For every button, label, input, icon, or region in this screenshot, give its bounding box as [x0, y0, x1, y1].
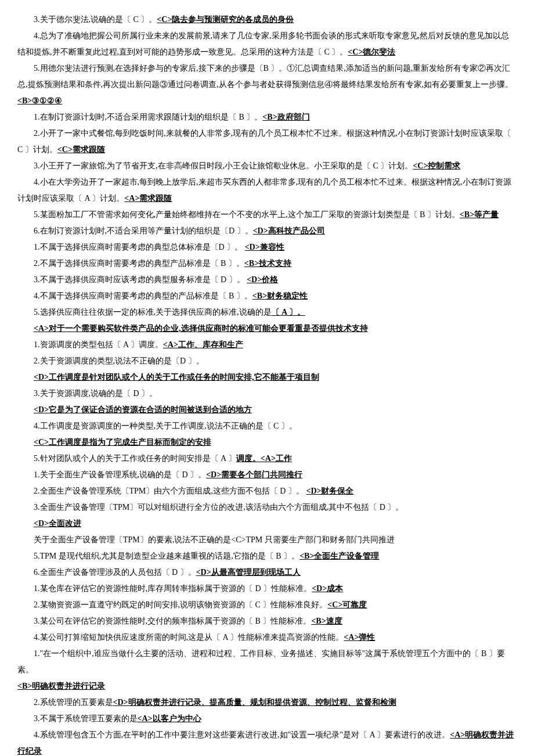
question-text: 1.在制订资源计划时,不适合采用需求跟随计划的组织是〔 B 〕。 [34, 113, 262, 121]
text-line: <D>它是为了保证合适的资源在合适的时间被送到合适的地方 [17, 402, 517, 418]
answer-text: <A>以客户为中心 [138, 714, 201, 723]
answer-text: <D>工作调度是针对团队或个人的关于工作或任务的时间安排,它不能基于项目制 [34, 373, 319, 381]
question-text: 3.全面生产设备管理〔TPM〕可以对组织进行全方位的改进,该活动由六个方面组成,… [34, 503, 403, 512]
answer-text: <D>全面改进 [34, 519, 81, 528]
text-line: 1."在一个组织中,谁应当做什么主要的活动、进程和过程、工作目标、业务描述、实施… [17, 646, 517, 678]
text-line: 4.总为了准确地把握公司所属行业未来的发展前景,请来了几位专家,采用多轮书面会谈… [17, 28, 517, 60]
answer-text: <D>需要各个部门共同推行 [206, 470, 302, 479]
text-line: 3.小王开了一家旅馆,为了节省开支,在非高峰假日时段,小王会让旅馆歇业休息。小王… [17, 158, 517, 174]
question-text: 5.针对团队或个人的关于工作或任务的时间安排是〔 A 〕 [34, 454, 236, 463]
question-text: 1."在一个组织中,谁应当做什么主要的活动、进程和过程、工作目标、业务描述、实施… [17, 649, 505, 674]
text-line: 1.不属于选择供应商时需要考虑的典型总体标准是〔D 〕。 <D>兼容性 [17, 239, 517, 255]
answer-text: <C>德尔斐法 [348, 48, 395, 56]
answer-text: <C>工作调度是指为了完成生产目标而制定的安排 [34, 438, 211, 447]
answer-text: <A>弹性 [344, 633, 375, 642]
text-line: 1.在制订资源计划时,不适合采用需求跟随计划的组织是〔 B 〕。<B>政府部门 [17, 109, 517, 125]
text-line: 2.全面生产设备管理系统〔TPM〕由六个方面组成,这些方面不包括〔 D 〕。 <… [17, 483, 517, 499]
question-text: 2.全面生产设备管理系统〔TPM〕由六个方面组成,这些方面不包括〔 D 〕。 [34, 487, 306, 495]
text-line: 2.不属于选择供应商时需要考虑的典型产品标准是〔 B 〕。<B>技术支持 [17, 255, 517, 272]
question-text: 3.小王开了一家旅馆,为了节省开支,在非高峰假日时段,小王会让旅馆歇业休息。小王… [34, 161, 413, 170]
answer-text: <A>对于一个需要购买软件类产品的企业,选择供应商时的标准可能会更看重是否提供技… [34, 324, 368, 333]
question-text: 4.系统管理包含五个方面,在平时的工作中要注意对这些要素进行改进,如"设置一项纪… [34, 730, 450, 739]
document-body: 3.关于德尔斐法,说确的是〔 C 〕。<C>隐去参与预测研究的各成员的身份4.总… [17, 12, 517, 756]
text-line: 1.某仓库在评估它的资源性能时,库存周转率指标属于资源的〔 D 〕性能标准。<D… [17, 581, 517, 597]
answer-text: <D>从最高管理层到现场工人 [196, 568, 301, 577]
question-text: 6.在制订资源计划时,不适合采用等产量计划的组织是〔D 〕。 [34, 226, 253, 235]
question-text: 3.不属于系统管理五要素的是 [34, 714, 138, 723]
text-line: 6.在制订资源计划时,不适合采用等产量计划的组织是〔D 〕。<D>高科技产品公司 [17, 223, 517, 239]
question-text: 4.某公司打算缩短加快供应速度所需的时间,这是从〔 A 〕性能标准来提高资源的性… [34, 633, 344, 642]
question-text: 1.关于全面生产设备管理系统,说确的是〔 D 〕。 [34, 470, 206, 479]
question-text: 4.总为了准确地把握公司所属行业未来的发展前景,请来了几位专家,采用多轮书面会谈… [17, 31, 509, 56]
question-text: 1.不属于选择供应商时需要考虑的典型总体标准是〔D 〕。 [34, 243, 245, 251]
answer-text: <D>财务保全 [306, 487, 353, 495]
question-text: 3.不属于选择供应商时应该考虑的典型服务标准是〔 D 〕。 [34, 275, 247, 284]
text-line: 2.系统管理的五要素是<D>明确权责并进行记录、提高质量、规划和提供资源、控制过… [17, 694, 517, 711]
text-line: 3.不属于选择供应商时应该考虑的典型服务标准是〔 D 〕。 <D>价格 [17, 272, 517, 288]
text-line: <C>工作调度是指为了完成生产目标而制定的安排 [17, 434, 517, 451]
answer-text: <D>成本 [312, 584, 343, 593]
text-line: 5.针对团队或个人的关于工作或任务的时间安排是〔 A 〕调度。<A>工作 [17, 451, 517, 467]
answer-text: <A>工作、库存和生产 [163, 340, 243, 349]
answer-text: <D>明确权责并进行记录、提高质量、规划和提供资源、控制过程、监督和检测 [113, 698, 396, 707]
question-text: 5.TPM 是现代组织,尤其是制造型企业越来越重视的话题,它指的是〔 B 〕。 [34, 552, 300, 560]
text-line: 2.小开了一家中式餐馆,每到吃饭时间,来就餐的人非常多,现有的几个员工根本忙不过… [17, 125, 517, 158]
question-text: 3.关于资源调度,说确的是〔 D 〕。 [34, 389, 157, 398]
question-text: 4.不属于选择供应商时需要考虑的典型的产品标准是〔 B 〕。 [34, 291, 252, 300]
answer-text: <D>高科技产品公司 [253, 226, 325, 235]
answer-text: 调度。<A>工作 [236, 454, 292, 463]
answer-text: <A>需求跟随 [124, 194, 172, 203]
answer-text: <D>它是为了保证合适的资源在合适的时间被送到合适的地方 [34, 405, 252, 414]
question-text: 4.工作调度是资源调度的一种类型,关于工作调度,说法不正确的是〔 C 〕。 [34, 422, 297, 430]
answer-text: <D>兼容性 [245, 243, 284, 251]
answer-text: <C>需求跟随 [57, 145, 105, 154]
answer-text: <C>控制需求 [413, 161, 460, 170]
answer-text: <D>价格 [247, 275, 278, 284]
text-line: 3.全面生产设备管理〔TPM〕可以对组织进行全方位的改进,该活动由六个方面组成,… [17, 499, 517, 516]
text-line: <D>全面改进 [17, 516, 517, 532]
text-line: 5.用德尔斐法进行预测,在选择好参与的专家后,接下来的步骤是〔B 〕。①汇总调查… [17, 60, 517, 93]
text-line: 5.选择供应商往往依据一定的标准,关于选择供应商的标准,说确的是〔 A 〕。 [17, 304, 517, 321]
text-line: 2.关于资源调度的类型,说法不正确的是〔D 〕。 [17, 353, 517, 369]
question-text: 5.某面粉加工厂不管需求如何变化,产量始终都维持在一个不变的水平上,这个加工厂采… [34, 210, 460, 219]
question-text: 5.用德尔斐法进行预测,在选择好参与的专家后,接下来的步骤是〔B 〕。①汇总调查… [17, 64, 513, 89]
question-text: 1.资源调度的类型包括〔 A 〕调度。 [34, 340, 163, 349]
question-text: 2.某物资资源一直遵守约既定的时间安排,说明该物资资源的〔 C 〕性能标准良好。 [34, 600, 327, 609]
text-line: <D>工作调度是针对团队或个人的关于工作或任务的时间安排,它不能基于项目制 [17, 369, 517, 386]
text-line: 3.关于资源调度,说确的是〔 D 〕。 [17, 386, 517, 402]
text-line: 3.不属于系统管理五要素的是<A>以客户为中心 [17, 711, 517, 727]
question-text: 3.关于德尔斐法,说确的是〔 C 〕。 [34, 15, 157, 24]
text-line: 1.资源调度的类型包括〔 A 〕调度。<A>工作、库存和生产 [17, 337, 517, 353]
text-line: <A>对于一个需要购买软件类产品的企业,选择供应商时的标准可能会更看重是否提供技… [17, 321, 517, 337]
answer-text: <C>隐去参与预测研究的各成员的身份 [157, 15, 294, 24]
question-text: 3.某公司在评估它的资源性能时,交付的频率指标属于资源的〔 B 〕性能标准。 [34, 617, 311, 625]
answer-text: 〔 A 〕。 [272, 308, 305, 316]
question-text: 2.系统管理的五要素是 [34, 698, 113, 707]
answer-text: <B>等产量 [460, 210, 499, 219]
text-line: 4.系统管理包含五个方面,在平时的工作中要注意对这些要素进行改进,如"设置一项纪… [17, 727, 517, 756]
text-line: 5.TPM 是现代组织,尤其是制造型企业越来越重视的话题,它指的是〔 B 〕。<… [17, 548, 517, 564]
answer-text: <B>技术支持 [244, 259, 291, 268]
text-line: 4.工作调度是资源调度的一种类型,关于工作调度,说法不正确的是〔 C 〕。 [17, 418, 517, 434]
text-line: 关于全面生产设备管理〔TPM〕的要素,说法不正确的是<C>TPM 只需要生产部门… [17, 532, 517, 548]
question-text: 6.全面生产设备管理涉及的人员包括〔 D 〕。 [34, 568, 196, 577]
text-line: 4.不属于选择供应商时需要考虑的典型的产品标准是〔 B 〕。<B>财务稳定性 [17, 288, 517, 304]
text-line: 3.关于德尔斐法,说确的是〔 C 〕。<C>隐去参与预测研究的各成员的身份 [17, 12, 517, 28]
text-line: <B>③①②④ [17, 93, 517, 109]
answer-text: <B>全面生产设备管理 [300, 552, 379, 560]
question-text: 5.选择供应商往往依据一定的标准,关于选择供应商的标准,说确的是 [34, 308, 272, 316]
answer-text: <B>③①②④ [17, 96, 62, 105]
question-text: 关于全面生产设备管理〔TPM〕的要素,说法不正确的是<C>TPM 只需要生产部门… [34, 535, 395, 544]
answer-text: <C>可靠度 [327, 600, 367, 609]
question-text: 4.小在大学旁边开了一家超市,每到晚上放学后,来超市买东西的人都非常多,现有的几… [17, 178, 511, 203]
text-line: 5.某面粉加工厂不管需求如何变化,产量始终都维持在一个不变的水平上,这个加工厂采… [17, 207, 517, 223]
question-text: 2.关于资源调度的类型,说法不正确的是〔D 〕。 [34, 357, 204, 365]
text-line: <B>明确权责并进行记录 [17, 678, 517, 694]
text-line: 4.某公司打算缩短加快供应速度所需的时间,这是从〔 A 〕性能标准来提高资源的性… [17, 629, 517, 646]
question-text: 2.不属于选择供应商时需要考虑的典型产品标准是〔 B 〕。 [34, 259, 244, 268]
text-line: 1.关于全面生产设备管理系统,说确的是〔 D 〕。<D>需要各个部门共同推行 [17, 467, 517, 483]
answer-text: <B>明确权责并进行记录 [17, 682, 105, 690]
answer-text: <B>政府部门 [262, 113, 309, 121]
text-line: 2.某物资资源一直遵守约既定的时间安排,说明该物资资源的〔 C 〕性能标准良好。… [17, 597, 517, 613]
text-line: 3.某公司在评估它的资源性能时,交付的频率指标属于资源的〔 B 〕性能标准。<B… [17, 613, 517, 629]
